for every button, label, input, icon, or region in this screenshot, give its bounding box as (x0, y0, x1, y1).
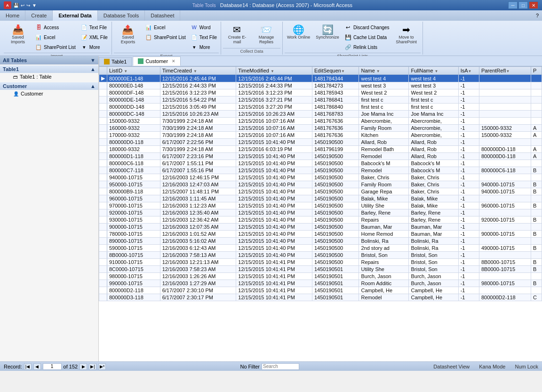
table-row[interactable]: 980000-1071512/16/2003 1:26:26 AM12/15/2… (99, 273, 542, 280)
quick-access-save[interactable]: 💾 (13, 3, 19, 8)
maximize-button[interactable]: □ (518, 1, 528, 9)
table-row[interactable]: 890000-1071512/16/2003 5:16:02 AM12/15/2… (99, 238, 542, 245)
move-to-sharepoint-button[interactable]: ➡ Move to SharePoint (392, 23, 421, 46)
table-row[interactable]: ▶800000E1-14812/15/2016 2:45:44 PM12/15/… (99, 75, 542, 82)
quick-access-more[interactable]: ▼ (32, 3, 37, 8)
table-row[interactable]: 800000C7-1186/17/2007 1:55:16 PM12/15/20… (99, 167, 542, 174)
customer-tab-close[interactable]: ✕ (172, 59, 175, 64)
tab-home[interactable]: Home (0, 10, 25, 21)
customer-section-header[interactable]: Customer ▲ (0, 82, 98, 90)
customer-tab[interactable]: Customer ✕ (133, 56, 181, 66)
synchronize-button[interactable]: 🔄 Synchronize (313, 23, 342, 41)
word-export-button[interactable]: W Word (189, 23, 219, 32)
table-row[interactable]: 900000-1071512/16/2003 12:07:35 AM12/15/… (99, 224, 542, 231)
sharepoint-import-button[interactable]: 📋 SharePoint List (33, 42, 78, 52)
table-row[interactable]: 800000DE-14812/15/2016 5:54:22 PM12/15/2… (99, 96, 542, 104)
search-input[interactable] (262, 363, 299, 370)
cache-list-data-button[interactable]: 💾 Cache List Data (343, 32, 391, 42)
customer-item[interactable]: 👤 Customer (0, 90, 98, 97)
access-import-button[interactable]: 🗄 Access (33, 23, 78, 32)
prev-record-button[interactable]: ◀ (33, 363, 41, 370)
col-parentrefi[interactable]: ParentRefI▼ (479, 67, 531, 75)
text-file-export-button[interactable]: 📄 Text File (189, 32, 219, 42)
table-row[interactable]: 590000-1071512/16/2003 6:12:43 AM12/15/2… (99, 245, 542, 252)
col-name[interactable]: Name ▼ (359, 67, 409, 75)
excel-export-button[interactable]: 📊 Excel (143, 23, 188, 32)
nav-pane-search[interactable]: ▼ (90, 57, 96, 63)
table1-tab[interactable]: Table1 (99, 57, 132, 66)
create-email-button[interactable]: ✉ Create E-mail (223, 23, 251, 46)
record-number-input[interactable] (43, 363, 62, 370)
table1-table-item[interactable]: 🗃 Table1 : Table (0, 73, 98, 80)
table-row[interactable]: 930000-1071512/16/2003 12:36:42 AM12/15/… (99, 216, 542, 224)
table-cell: 12/16/2003 6:12:43 AM (160, 245, 236, 252)
table-row[interactable]: 800000DD-14812/15/2016 3:05:49 PM12/15/2… (99, 104, 542, 111)
col-timemodified[interactable]: TimeModified ▼ (236, 67, 312, 75)
table-row[interactable]: 800000B9-11812/15/2007 11:48:11 PM12/15/… (99, 188, 542, 195)
table-row[interactable]: 800000DF-14812/15/2016 3:12:23 PM12/15/2… (99, 89, 542, 96)
text-file-import-button[interactable]: 📄 Text File (79, 23, 110, 32)
tab-create[interactable]: Create (25, 10, 53, 21)
table-cell: -1 (458, 202, 479, 209)
more-import-button[interactable]: ▾ More (79, 42, 110, 52)
saved-imports-button[interactable]: 📥 Saved Imports (4, 23, 32, 46)
col-listid[interactable]: ListID ▼ (107, 67, 160, 75)
table-row[interactable]: 920000-1071512/16/2003 12:35:40 AM12/15/… (99, 209, 542, 216)
col-timecreated[interactable]: TimeCreated ▼ (160, 67, 236, 75)
ribbon-help-button[interactable]: ? (533, 10, 542, 21)
quick-access-undo[interactable]: ↩ (21, 3, 24, 8)
table1-section-header[interactable]: Table1 ▲ (0, 65, 98, 73)
table-cell: A (531, 146, 542, 153)
more-export-button[interactable]: ▾ More (189, 42, 219, 52)
new-record-button[interactable]: ▶* (98, 363, 106, 370)
table-row[interactable]: 800000D1-1186/17/2007 2:23:16 PM12/15/20… (99, 153, 542, 160)
saved-exports-button[interactable]: 📤 Saved Exports (114, 23, 142, 46)
col-isa[interactable]: IsA▼ (458, 67, 479, 75)
excel-import-label: Excel (44, 35, 55, 40)
minimize-button[interactable]: ─ (508, 1, 518, 9)
table-row[interactable]: 160000-93327/30/1999 2:24:18 AM12/15/201… (99, 125, 542, 132)
close-button[interactable]: ✕ (529, 1, 538, 9)
col-p[interactable]: P (531, 67, 542, 75)
relink-lists-button[interactable]: 🔗 Relink Lists (343, 42, 391, 52)
quick-access-redo[interactable]: ↪ (26, 3, 30, 8)
manage-replies-button[interactable]: 📨 Manage Replies (252, 23, 280, 46)
col-editsequence[interactable]: EditSequen▼ (312, 67, 359, 75)
table-row[interactable]: 150000-93327/30/1999 2:24:18 AM12/15/201… (99, 118, 542, 125)
table-row[interactable]: 800000E0-14812/15/2016 2:44:33 PM12/15/2… (99, 82, 542, 89)
first-record-button[interactable]: |◀ (24, 363, 32, 370)
table-row[interactable]: 800000D0-1186/17/2007 2:22:56 PM12/15/20… (99, 139, 542, 146)
table-row[interactable]: 8C0000-1071512/16/2003 7:58:23 AM12/15/2… (99, 266, 542, 273)
table-row[interactable]: 800000D2-1186/17/2007 2:30:10 PM12/15/20… (99, 287, 542, 294)
table-row[interactable]: 970000-1071512/16/2003 1:12:23 AM12/15/2… (99, 202, 542, 209)
table-row[interactable]: 800000DC-14812/15/2016 10:26:23 AM12/15/… (99, 111, 542, 118)
sharepoint-export-button[interactable]: 📋 SharePoint List (143, 32, 188, 42)
customer-section-collapse[interactable]: ▲ (90, 83, 96, 89)
table1-section-collapse[interactable]: ▲ (90, 66, 96, 72)
table-row[interactable]: 180000-93327/30/1999 2:24:18 AM12/15/201… (99, 146, 542, 153)
next-record-button[interactable]: ▶ (80, 363, 87, 370)
tab-datasheet[interactable]: Datasheet (145, 10, 180, 21)
col-fullname[interactable]: FullName ▼ (409, 67, 458, 75)
table-row[interactable]: 990000-1071512/16/2003 1:27:29 AM12/15/2… (99, 280, 542, 287)
table-row[interactable]: 800000C6-1186/17/2007 1:55:11 PM12/15/20… (99, 160, 542, 167)
last-record-button[interactable]: ▶| (89, 363, 96, 370)
table-row[interactable]: 8B0000-1071512/16/2003 7:58:13 AM12/15/2… (99, 252, 542, 259)
table-cell: 12/15/2015 10:41:40 PM (236, 245, 312, 252)
sharepoint-lists-group: 🌐 Work Online 🔄 Synchronize ↩ Discard Ch… (283, 22, 423, 55)
excel-import-button[interactable]: 📊 Excel (33, 32, 78, 42)
tab-external-data[interactable]: External Data (53, 10, 97, 21)
table-row[interactable]: 800000D3-1186/17/2007 2:30:17 PM12/15/20… (99, 294, 542, 301)
table-row[interactable]: 950000-1071512/16/2003 12:47:03 AM12/15/… (99, 181, 542, 188)
tab-database-tools[interactable]: Database Tools (98, 10, 145, 21)
table-cell: 920000-10715 (479, 216, 531, 224)
table-row[interactable]: 910000-1071512/16/2003 12:21:13 AM12/15/… (99, 259, 542, 266)
customer-tab-label: Customer (145, 58, 168, 64)
work-online-button[interactable]: 🌐 Work Online (285, 23, 312, 41)
table-row[interactable]: 960000-1071512/16/2003 1:11:45 AM12/15/2… (99, 195, 542, 202)
table-row[interactable]: 170000-93327/30/1999 2:24:18 AM12/15/201… (99, 132, 542, 139)
table-row[interactable]: 940000-1071512/16/2003 12:46:15 PM12/15/… (99, 174, 542, 181)
discard-changes-button[interactable]: ↩ Discard Changes (343, 23, 391, 32)
xml-file-import-button[interactable]: 📝 XML File (79, 32, 110, 42)
table-row[interactable]: 780000-1071512/16/2003 1:01:52 AM12/15/2… (99, 231, 542, 238)
